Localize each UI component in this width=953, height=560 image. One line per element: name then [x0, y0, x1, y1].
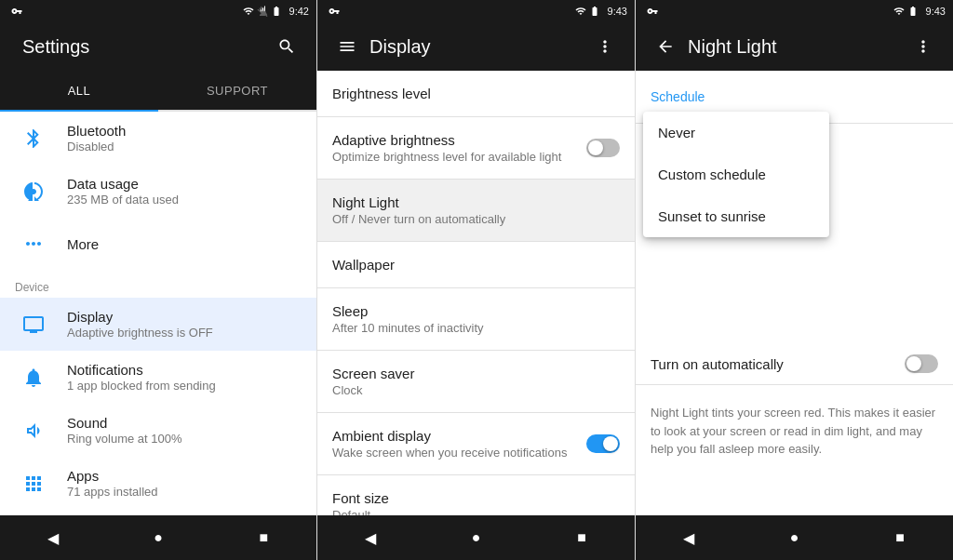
sleep-item[interactable]: Sleep After 10 minutes of inactivity: [317, 288, 635, 351]
battery-icon-mid: [589, 6, 600, 17]
notifications-label: Notifications: [67, 362, 302, 378]
brightness-item[interactable]: Brightness level: [317, 71, 635, 117]
ambient-toggle[interactable]: [586, 434, 620, 453]
bluetooth-text: Bluetooth Disabled: [67, 123, 302, 153]
list-item-sound[interactable]: Sound Ring volume at 100%: [0, 404, 316, 457]
wallpaper-label: Wallpaper: [332, 257, 620, 273]
vpn-key-icon: [11, 6, 22, 17]
list-item-apps[interactable]: Apps 71 apps installed: [0, 457, 316, 510]
bottom-nav-mid: ◀ ● ■: [317, 515, 635, 560]
more-vert-icon-right: [914, 37, 933, 56]
display-text: Display Adaptive brightness is OFF: [67, 309, 302, 340]
more-menu-button-mid[interactable]: [590, 32, 620, 61]
dropdown-custom[interactable]: Custom schedule: [643, 153, 829, 195]
settings-title: Settings: [22, 36, 272, 58]
brightness-label: Brightness level: [332, 86, 620, 101]
display-icon: [22, 313, 45, 336]
hamburger-button[interactable]: [332, 32, 362, 61]
settings-top-bar: Settings: [0, 22, 316, 71]
auto-toggle[interactable]: [905, 354, 938, 373]
back-arrow-icon: [656, 37, 675, 56]
adaptive-item[interactable]: Adaptive brightness Optimize brightness …: [317, 117, 635, 180]
night-light-item[interactable]: Night Light Off / Never turn on automati…: [317, 180, 635, 242]
back-button-mid[interactable]: ◀: [348, 515, 393, 560]
home-button-right[interactable]: ●: [772, 515, 816, 560]
dropdown-never[interactable]: Never: [643, 112, 829, 153]
dropdown-sunset[interactable]: Sunset to sunrise: [643, 195, 829, 237]
status-icons-right: [243, 6, 282, 17]
wifi-icon-mid: [575, 6, 586, 17]
data-usage-label: Data usage: [67, 176, 302, 192]
night-light-sub: Off / Never turn on automatically: [332, 212, 620, 226]
sound-sub: Ring volume at 100%: [67, 432, 302, 446]
apps-icon-area: [15, 473, 52, 495]
recent-button[interactable]: ■: [241, 515, 286, 560]
ambient-row: Ambient display Wake screen when you rec…: [332, 428, 620, 460]
auto-row: Turn on automatically: [651, 343, 938, 384]
list-item-display[interactable]: Display Adaptive brightness is OFF: [0, 298, 316, 351]
bottom-nav-right: ◀ ● ■: [636, 515, 953, 560]
font-size-label: Font size: [332, 490, 620, 506]
back-button-right[interactable]: ◀: [666, 515, 711, 560]
list-item-bluetooth[interactable]: Bluetooth Disabled: [0, 112, 316, 165]
auto-row-label: Turn on automatically: [651, 356, 784, 372]
tab-support[interactable]: SUPPORT: [158, 71, 316, 112]
apps-text: Apps 71 apps installed: [67, 468, 302, 499]
list-item-more[interactable]: More: [0, 218, 316, 270]
display-top-bar: Display: [317, 22, 635, 71]
search-button[interactable]: [272, 32, 302, 61]
display-panel: 9:43 Display Brightness level Adaptive b…: [316, 0, 635, 560]
list-item-data-usage[interactable]: Data usage 235 MB of data used: [0, 165, 316, 218]
status-icons-right-mid: [575, 6, 600, 17]
font-size-item[interactable]: Font size Default: [317, 475, 635, 515]
bluetooth-icon-area: [15, 127, 52, 150]
status-bar-mid-panel: 9:43: [317, 0, 635, 22]
wifi-icon-right: [893, 6, 905, 17]
schedule-link[interactable]: Schedule: [651, 82, 938, 112]
settings-list: Bluetooth Disabled Data usage 235 MB of …: [0, 112, 316, 515]
data-usage-text: Data usage 235 MB of data used: [67, 176, 302, 207]
more-text: More: [67, 236, 302, 252]
nl-description-section: Night Light tints your screen red. This …: [636, 385, 953, 470]
night-light-title: Night Light: [688, 36, 908, 58]
adaptive-sub: Optimize brightness level for available …: [332, 150, 561, 164]
nl-auto-row-section: Turn on automatically: [636, 343, 953, 384]
home-button-mid[interactable]: ●: [453, 515, 498, 560]
notifications-text: Notifications 1 app blocked from sending: [67, 362, 302, 393]
adaptive-label: Adaptive brightness: [332, 132, 561, 148]
status-icons-right-right: [893, 6, 919, 17]
more-menu-button-right[interactable]: [908, 32, 938, 61]
bluetooth-label: Bluetooth: [67, 123, 302, 139]
back-button[interactable]: ◀: [31, 515, 75, 560]
more-vert-icon-mid: [596, 37, 614, 56]
font-size-sub: Default: [332, 508, 620, 515]
ambient-sub: Wake screen when you receive notificatio…: [332, 446, 567, 460]
data-icon-area: [15, 180, 52, 203]
tab-all[interactable]: ALL: [0, 71, 158, 112]
battery-icon: [271, 6, 282, 17]
display-icon-area: [15, 313, 52, 336]
screen-saver-item[interactable]: Screen saver Clock: [317, 351, 635, 413]
bluetooth-sub: Disabled: [67, 140, 302, 153]
recent-button-mid[interactable]: ■: [559, 515, 604, 560]
wallpaper-item[interactable]: Wallpaper: [317, 242, 635, 288]
display-sub: Adaptive brightness is OFF: [67, 326, 302, 340]
sleep-label: Sleep: [332, 303, 620, 319]
sound-icon-area: [15, 420, 52, 442]
back-arrow-button[interactable]: [651, 32, 680, 61]
ambient-item[interactable]: Ambient display Wake screen when you rec…: [317, 413, 635, 475]
recent-button-right[interactable]: ■: [878, 515, 922, 560]
list-item-notifications[interactable]: Notifications 1 app blocked from sending: [0, 351, 316, 404]
night-light-content: Schedule Turn on automatically Never Cus…: [636, 71, 953, 515]
more-label: More: [67, 236, 302, 252]
time-mid: 9:43: [608, 6, 627, 17]
adaptive-toggle[interactable]: [586, 139, 620, 157]
time-right: 9:43: [926, 6, 946, 17]
volume-icon: [22, 420, 45, 442]
data-icon: [22, 180, 45, 203]
ambient-text: Ambient display Wake screen when you rec…: [332, 428, 567, 460]
screen-saver-sub: Clock: [332, 383, 620, 397]
home-button[interactable]: ●: [136, 515, 181, 560]
bluetooth-icon: [22, 127, 45, 150]
settings-panel: 9:42 Settings ALL SUPPORT Bluetooth Disa…: [0, 0, 316, 560]
